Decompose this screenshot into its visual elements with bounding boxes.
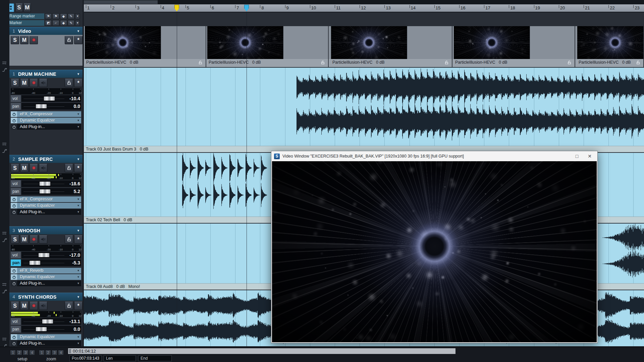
pan-slider-handle[interactable] bbox=[29, 260, 41, 265]
plugin-dropdown-icon[interactable]: ▼ bbox=[75, 268, 81, 274]
volume-slider[interactable] bbox=[21, 318, 66, 325]
close-button[interactable]: ✕ bbox=[585, 153, 595, 160]
track-dropdown-icon[interactable]: ▼ bbox=[77, 229, 83, 232]
monitor-button[interactable] bbox=[39, 79, 47, 87]
lock-button[interactable] bbox=[65, 79, 73, 87]
plugin-slot[interactable]: Add Plug-in... ▼ bbox=[11, 124, 81, 130]
mute-button[interactable]: M bbox=[20, 302, 29, 310]
volume-slider-handle[interactable] bbox=[44, 96, 55, 101]
fx-star-button[interactable]: * bbox=[74, 302, 83, 310]
clip-lock-icon[interactable] bbox=[636, 60, 641, 65]
global-mute-button[interactable]: M bbox=[23, 3, 31, 12]
plugin-power-icon[interactable] bbox=[11, 196, 17, 202]
preset-button-1[interactable]: 1 bbox=[39, 350, 45, 355]
pan-slider-handle[interactable] bbox=[39, 189, 51, 194]
plugin-dropdown-icon[interactable]: ▼ bbox=[75, 203, 81, 208]
plugin-power-icon[interactable] bbox=[11, 118, 17, 123]
plugin-slot[interactable]: eFX_Compressor ▼ bbox=[11, 196, 81, 202]
volume-slider[interactable] bbox=[21, 95, 66, 102]
pan-slider[interactable] bbox=[21, 103, 66, 110]
lock-button[interactable] bbox=[65, 164, 73, 172]
record-button[interactable] bbox=[30, 79, 38, 87]
plugin-slot[interactable]: Dynamic Equalizer ▼ bbox=[11, 334, 81, 340]
plugin-dropdown-icon[interactable]: ▼ bbox=[75, 111, 81, 117]
mute-button[interactable]: M bbox=[20, 164, 29, 172]
plugin-dropdown-icon[interactable]: ▼ bbox=[75, 334, 81, 340]
video-window-title-bar[interactable]: S Video Window "EXCERCISE3 Rebuilt_BAK_B… bbox=[271, 151, 597, 161]
plugin-power-icon[interactable] bbox=[11, 209, 17, 215]
solo-button[interactable]: S bbox=[11, 302, 19, 310]
track-dropdown-icon[interactable]: ▼ bbox=[77, 295, 83, 299]
mute-button[interactable]: M bbox=[20, 235, 29, 244]
monitor-button[interactable] bbox=[39, 164, 47, 172]
plugin-slot[interactable]: eFX_Compressor ▼ bbox=[11, 111, 81, 117]
plugin-power-icon[interactable] bbox=[11, 268, 17, 274]
track-flow-icon[interactable] bbox=[2, 68, 7, 72]
lock-button[interactable] bbox=[65, 235, 73, 244]
track-link-icon[interactable] bbox=[2, 337, 7, 342]
plugin-dropdown-icon[interactable]: ▼ bbox=[75, 124, 81, 130]
pan-slider[interactable] bbox=[21, 326, 66, 333]
marker-icon-2[interactable]: ⌐ bbox=[52, 20, 59, 26]
record-button[interactable] bbox=[30, 235, 38, 244]
track-dropdown-icon[interactable]: ▼ bbox=[77, 72, 83, 76]
fx-star-button[interactable]: * bbox=[74, 235, 83, 244]
video-track-dropdown-icon[interactable]: ▼ bbox=[77, 29, 83, 33]
plugin-dropdown-icon[interactable]: ▼ bbox=[75, 196, 81, 202]
plugin-dropdown-icon[interactable]: ▼ bbox=[75, 118, 81, 123]
pan-slider-handle[interactable] bbox=[36, 327, 47, 331]
global-solo-button[interactable]: S bbox=[15, 3, 23, 12]
track-title-bar[interactable]: 1 DRUM MACHINE ▼ bbox=[9, 70, 83, 78]
solo-button[interactable]: S bbox=[11, 164, 19, 172]
track-flow-icon[interactable] bbox=[2, 289, 7, 294]
volume-slider[interactable] bbox=[21, 252, 66, 258]
clip-lock-icon[interactable] bbox=[198, 60, 203, 65]
video-clip[interactable]: ParticleIllusion-HEVC 0 dB bbox=[85, 26, 206, 67]
track-link-icon[interactable] bbox=[2, 231, 7, 236]
plugin-slot[interactable]: Dynamic Equalizer ▼ bbox=[11, 203, 81, 208]
monitor-button[interactable] bbox=[39, 235, 47, 244]
track-flow-icon[interactable] bbox=[2, 149, 7, 154]
plugin-power-icon[interactable] bbox=[11, 203, 17, 208]
track-link-icon[interactable] bbox=[2, 283, 7, 287]
track-link-icon[interactable] bbox=[2, 61, 7, 66]
plugin-slot[interactable]: Dynamic Equalizer ▼ bbox=[11, 274, 81, 280]
preset-button-2[interactable]: 2 bbox=[45, 350, 51, 355]
marker-icon-4[interactable]: ✎ bbox=[68, 20, 75, 26]
position-field[interactable]: Pos 007:03:143 bbox=[69, 355, 102, 361]
preset-button-4[interactable]: 4 bbox=[29, 350, 35, 355]
range-marker-dropdown-icon[interactable]: ▼ bbox=[75, 13, 80, 19]
fx-star-button[interactable]: * bbox=[74, 36, 83, 44]
preset-button-3[interactable]: 3 bbox=[52, 350, 57, 355]
marker-label[interactable]: Marker bbox=[7, 20, 44, 26]
timeline-scrollbar[interactable]: 00:01:04:12 bbox=[68, 348, 455, 354]
marker-icon-1[interactable]: ◩ bbox=[45, 20, 52, 26]
video-clip[interactable]: ParticleIllusion-HEVC 0 dB bbox=[207, 26, 329, 67]
monitor-button[interactable] bbox=[39, 302, 47, 310]
pan-slider[interactable] bbox=[21, 188, 66, 195]
lane-drum-machine[interactable]: Track 03 Just Bass Drum 3 0 dB bbox=[84, 68, 644, 152]
plugin-dropdown-icon[interactable]: ▼ bbox=[75, 209, 81, 215]
pan-slider-handle[interactable] bbox=[36, 104, 47, 109]
marker-dropdown-icon[interactable]: ▼ bbox=[75, 20, 80, 26]
end-field[interactable]: End bbox=[138, 355, 172, 361]
volume-slider[interactable] bbox=[21, 180, 66, 187]
preset-button-2[interactable]: 2 bbox=[16, 350, 22, 355]
track-title-bar[interactable]: 2 SAMPLE PERC ▼ bbox=[9, 155, 83, 163]
plugin-slot[interactable]: Add Plug-in... ▼ bbox=[11, 341, 81, 346]
playhead-line-yellow[interactable] bbox=[177, 12, 177, 346]
plugin-slot[interactable]: Dynamic Equalizer ▼ bbox=[11, 118, 81, 123]
video-clip[interactable]: ParticleIllusion-HEVC 0 dB bbox=[454, 26, 575, 67]
video-lane[interactable]: ParticleIllusion-HEVC 0 dB ParticleIllus… bbox=[84, 26, 644, 67]
preset-button-4[interactable]: 4 bbox=[58, 350, 64, 355]
range-marker-label[interactable]: Range marker bbox=[7, 13, 44, 19]
plugin-dropdown-icon[interactable]: ▼ bbox=[75, 341, 81, 346]
plugin-power-icon[interactable] bbox=[11, 281, 17, 286]
clip-lock-icon[interactable] bbox=[321, 60, 325, 65]
track-flow-icon[interactable] bbox=[2, 238, 7, 243]
fx-star-button[interactable]: * bbox=[74, 79, 83, 87]
range-marker-icon-3[interactable]: ◆ bbox=[60, 13, 67, 19]
track-dropdown-icon[interactable]: ▼ bbox=[77, 158, 83, 161]
lock-button[interactable] bbox=[65, 302, 73, 310]
solo-button[interactable]: S bbox=[11, 79, 19, 87]
